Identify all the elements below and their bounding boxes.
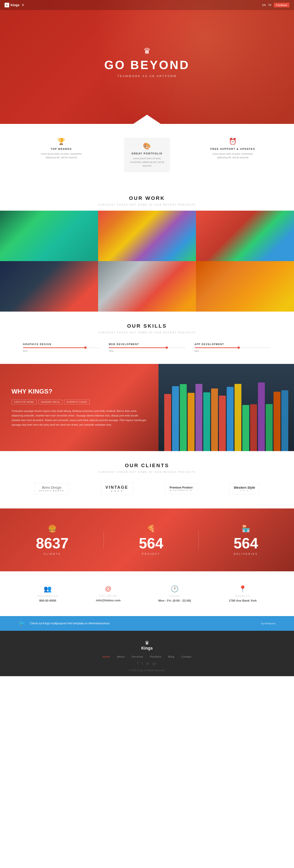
deliveries-icon: 🏪	[234, 525, 258, 532]
why-tag-creative: CREATIVE WORK	[11, 400, 37, 404]
social-facebook-icon[interactable]: f	[137, 661, 138, 665]
hamburger-menu[interactable]: ≡	[22, 3, 24, 7]
contact-info-label: INFORMATION	[37, 595, 58, 597]
portfolio-icon: 🎨	[129, 142, 165, 150]
portfolio-item-basketball[interactable]	[98, 261, 196, 312]
feature-great-portfolio-title: GREAT PORTFOLIO	[129, 152, 165, 155]
portfolio-item-lizard[interactable]	[0, 211, 98, 261]
navbar-logo: K Kings	[5, 3, 20, 7]
footer-social: f t in g+	[18, 661, 276, 665]
footer-nav: Home About Services Portfolio Blog Conta…	[18, 655, 276, 658]
client-premium-product: Premium Product ★ AUTHENTIC ★	[165, 484, 197, 494]
twitter-icon: 🐦	[18, 620, 25, 627]
our-work-title: OUR WORK	[5, 195, 289, 201]
contact-email-label: FOLLOW ME	[96, 595, 121, 597]
feature-free-support-title: FREE SUPPORT & UPDATES	[210, 148, 256, 150]
client-western-name: Western Style	[234, 486, 255, 489]
skill-graphics-bar-fill	[23, 347, 86, 348]
stat-clients: 🍔 8637 CLIENTS	[36, 525, 68, 555]
skill-web-development: WEB DEVELOPMENT 76%	[109, 343, 185, 352]
clients-subtitle: CURIOUS? CHECK OUT SOME OF OUR RECENT PR…	[18, 471, 276, 473]
lang-tr[interactable]: TR	[268, 4, 271, 6]
clients-logos: Retro Design GRAPHIC ★★★★★ VINTAGE ★ ★ ★…	[18, 483, 276, 495]
footer-logo: Kings	[18, 646, 276, 651]
features-triangle	[133, 115, 161, 124]
contact-hours-icon: 🕐	[158, 585, 191, 593]
twitter-link[interactable]: by thimpress	[261, 622, 276, 625]
features-inner: 🏆 TOP BRANDS Lorem ipsum dolor sit amet,…	[18, 138, 276, 172]
client-retro-design: Retro Design GRAPHIC ★★★★★	[34, 483, 69, 494]
footer-nav-services[interactable]: Services	[131, 655, 143, 658]
portfolio-item-man[interactable]	[0, 261, 98, 312]
our-work-header: OUR WORK CURIOUS? CHECK OUT SOME OF OUR …	[0, 184, 294, 211]
hero-section: ♛ GO BEYOND TEAMWORK AS AN ARTFORM ▾	[0, 0, 294, 124]
skill-app-bar-bg	[195, 347, 271, 348]
skills-title: OUR SKILLS	[18, 323, 276, 329]
contact-hours-value: Mon - Fri: (9:00 - 22:00)	[158, 599, 191, 602]
feature-great-portfolio-text: Lorem ipsum dolor sit amet, consectetur …	[129, 157, 165, 168]
feedback-button[interactable]: Feedback	[274, 3, 289, 7]
portfolio-item-wood[interactable]	[196, 261, 294, 312]
client-western-sub: ✂ ✂ ✂	[234, 489, 255, 492]
skill-app-bar-fill	[195, 347, 239, 348]
contact-address-icon: 📍	[229, 585, 257, 593]
why-kings-section: WHY KINGS? CREATIVE WORK MODERN IDEAS EX…	[0, 364, 294, 451]
clients-header: OUR CLIENTS CURIOUS? CHECK OUT SOME OF O…	[18, 463, 276, 476]
clients-icon: 🍔	[36, 525, 68, 532]
footer-nav-portfolio[interactable]: Portfolio	[150, 655, 161, 658]
portfolio-grid	[0, 211, 294, 312]
skills-section: OUR SKILLS CURIOUS? CHECK OUT SOME OF OU…	[0, 312, 294, 364]
portfolio-item-paint[interactable]	[98, 211, 196, 261]
footer-nav-about[interactable]: About	[117, 655, 125, 658]
footer-nav-contact[interactable]: Contact	[181, 655, 192, 658]
hero-subtitle: TEAMWORK AS AN ARTFORM	[104, 74, 190, 78]
project-icon: 🍕	[139, 525, 163, 532]
footer-nav-blog[interactable]: Blog	[168, 655, 174, 658]
client-vintage-sub: ★ ★ ★ ★	[106, 490, 128, 492]
contact-address-value: 1780 Ave Bank York	[229, 599, 257, 602]
why-kings-title: WHY KINGS?	[11, 388, 147, 395]
client-vintage: VINTAGE ★ ★ ★ ★	[100, 483, 133, 495]
clock-icon: ⏰	[210, 138, 256, 145]
portfolio-item-face[interactable]	[196, 211, 294, 261]
skill-app-label: APP DEVELOPMENT	[195, 343, 271, 345]
feature-top-brands: 🏆 TOP BRANDS Lorem ipsum dolor sit amet,…	[38, 138, 84, 159]
client-vintage-name: VINTAGE	[106, 485, 128, 490]
skills-bars: GRAPHICS DESIGN 82% WEB DEVELOPMENT 76% …	[18, 343, 276, 352]
clients-section: OUR CLIENTS CURIOUS? CHECK OUT SOME OF O…	[0, 451, 294, 508]
hero-content: ♛ GO BEYOND TEAMWORK AS AN ARTFORM	[104, 46, 190, 78]
footer: ♛ Kings Home About Services Portfolio Bl…	[0, 631, 294, 676]
client-premium-sub: ★ AUTHENTIC ★	[170, 489, 193, 492]
logo-text: Kings	[10, 3, 20, 7]
skill-web-label: WEB DEVELOPMENT	[109, 343, 185, 345]
social-linkedin-icon[interactable]: in	[146, 661, 149, 665]
contact-address: 📍 ADDRESS 1780 Ave Bank York	[229, 585, 257, 602]
twitter-banner: 🐦 Check out Kings multipurpose html temp…	[0, 616, 294, 631]
contact-info: 👥 INFORMATION 800-92-9500	[37, 585, 58, 602]
client-retro-sub: GRAPHIC ★★★★★	[39, 490, 64, 492]
social-twitter-icon[interactable]: t	[142, 661, 143, 665]
stat-project-label: PROJECT	[139, 553, 163, 555]
social-googleplus-icon[interactable]: g+	[152, 661, 157, 665]
footer-nav-home[interactable]: Home	[102, 655, 110, 658]
lang-en[interactable]: EN	[262, 4, 266, 6]
stat-deliveries-label: DELIVERIES	[234, 553, 258, 555]
stats-section: 🍔 8637 CLIENTS 🍕 564 PROJECT 🏪 564 DELIV…	[0, 508, 294, 571]
clients-title: OUR CLIENTS	[18, 463, 276, 468]
feature-free-support: ⏰ FREE SUPPORT & UPDATES Lorem ipsum dol…	[210, 138, 256, 159]
footer-crown-icon: ♛	[18, 640, 276, 646]
stat-deliveries-number: 564	[234, 536, 258, 551]
contact-section: 👥 INFORMATION 800-92-9500 @ FOLLOW ME in…	[0, 571, 294, 616]
trophy-icon: 🏆	[38, 138, 84, 145]
skill-app-percent: 58%	[195, 350, 271, 352]
feature-free-support-text: Lorem ipsum dolor sit amet, consectetur …	[210, 152, 256, 159]
why-kings-right	[158, 364, 294, 451]
skill-graphics-label: GRAPHICS DESIGN	[23, 343, 99, 345]
stat-deliveries: 🏪 564 DELIVERIES	[234, 525, 258, 555]
why-tag-modern: MODERN IDEAS	[38, 400, 62, 404]
feature-top-brands-title: TOP BRANDS	[38, 148, 84, 150]
contact-info-icon: 👥	[37, 585, 58, 593]
stat-project-number: 564	[139, 536, 163, 551]
contact-email-icon: @	[96, 585, 121, 592]
crown-icon: ♛	[104, 46, 190, 56]
